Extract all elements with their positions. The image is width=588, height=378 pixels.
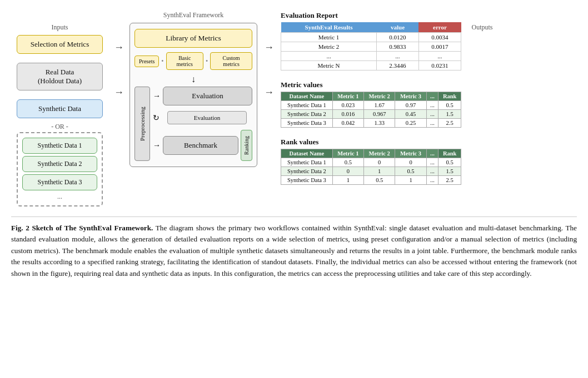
metric-values-table: Dataset Name Metric 1 Metric 2 Metric 3 …	[281, 92, 461, 128]
right-column: Evaluation Report SynthEval Results valu…	[281, 11, 461, 189]
metric-row-1: Synthetic Data 1 0.023 1.67 0.97 ... 0.5	[281, 101, 461, 110]
outputs-label: Outputs	[471, 23, 492, 31]
library-of-metrics-box: Library of Metrics	[134, 29, 252, 48]
evaluation-report-section: Evaluation Report SynthEval Results valu…	[281, 11, 461, 70]
basic-metrics-box: Basic metrics	[166, 52, 203, 70]
real-data-box: Real Data(Holdout Data)	[17, 63, 103, 90]
benchmark-box: Benchmark	[163, 136, 238, 155]
arrow-down-1: ↓	[134, 74, 252, 84]
report-row-n: Metric N 2.3446 0.0231	[281, 61, 461, 70]
report-col-value: value	[377, 22, 419, 33]
presets-box: Presets	[134, 56, 159, 67]
metric-values-section: Metric values Dataset Name Metric 1 Metr…	[281, 80, 461, 128]
framework-label: SynthEval Framework	[163, 11, 223, 19]
arrow-framework-to-outputs: → →	[263, 11, 275, 98]
metrics-sub-row: Presets • Basic metrics • Custom metrics	[134, 52, 252, 70]
inputs-column: Inputs Selection of Metrics Real Data(Ho…	[11, 11, 108, 206]
preproc-eval-row: Preprocessing → Evaluation ↻ Evaluat	[134, 87, 252, 161]
outputs-column: Outputs	[467, 11, 497, 32]
caption-title: Sketch of The SynthEval Framework.	[29, 224, 153, 232]
report-col-error: error	[418, 22, 461, 33]
selection-of-metrics-box: Selection of Metrics	[17, 35, 103, 54]
framework-box: Library of Metrics Presets • Basic metri…	[129, 23, 257, 167]
synthetic-data-single-box: Synthetic Data	[17, 99, 103, 118]
refresh-icon: ↻	[153, 113, 160, 123]
benchmark-row: → Benchmark Ranking	[153, 130, 252, 161]
rank-values-title: Rank values	[281, 138, 461, 147]
caption-text: Fig. 2 Sketch of The SynthEval Framework…	[11, 223, 577, 279]
metric-values-title: Metric values	[281, 80, 461, 89]
caption-fig-label: Fig. 2	[11, 224, 29, 232]
rank-row-2: Synthetic Data 2 0 1 0.5 ... 1.5	[281, 167, 461, 176]
rank-row-1: Synthetic Data 1 0.5 0 0 ... 0.5	[281, 158, 461, 167]
eval-refresh-row: ↻ Evaluation	[153, 111, 252, 124]
rank-values-section: Rank values Dataset Name Metric 1 Metric…	[281, 138, 461, 185]
evaluation-report-title: Evaluation Report	[281, 11, 461, 20]
eval-bench-column: → Evaluation ↻ Evaluation →	[153, 87, 252, 161]
metric-row-3: Synthetic Data 3 0.042 1.33 0.25 ... 2.5	[281, 119, 461, 128]
report-col-results: SynthEval Results	[281, 22, 377, 33]
report-row-dots: ... ... ...	[281, 52, 461, 61]
ranking-box: Ranking	[241, 130, 252, 161]
synthetic-data-1-box: Synthetic Data 1	[22, 138, 97, 154]
metric-row-2: Synthetic Data 2 0.016 0.967 0.45 ... 1.…	[281, 110, 461, 119]
inputs-label: Inputs	[52, 23, 68, 32]
rank-values-table: Dataset Name Metric 1 Metric 2 Metric 3 …	[281, 149, 461, 185]
preprocessing-box: Preprocessing	[134, 87, 150, 161]
custom-metrics-box: Custom metrics	[210, 52, 252, 70]
evaluation-report-table: SynthEval Results value error Metric 1 0…	[281, 22, 461, 70]
eval-row: → Evaluation	[153, 87, 252, 105]
caption-area: Fig. 2 Sketch of The SynthEval Framework…	[11, 216, 577, 279]
synthetic-data-2-box: Synthetic Data 2	[22, 156, 97, 172]
report-row-2: Metric 2 0.9833 0.0017	[281, 42, 461, 52]
report-row-1: Metric 1 0.0120 0.0034	[281, 33, 461, 42]
arrow-inputs-to-framework: → →	[114, 11, 124, 98]
synthetic-data-3-box: Synthetic Data 3	[22, 174, 97, 190]
ellipsis-label: ...	[57, 193, 62, 201]
framework-column: SynthEval Framework Library of Metrics P…	[129, 11, 257, 167]
or-label: - OR -	[51, 123, 68, 131]
synthetic-data-multiple-box: Synthetic Data 1 Synthetic Data 2 Synthe…	[17, 132, 103, 206]
evaluation-small-box: Evaluation	[167, 111, 247, 124]
rank-row-3: Synthetic Data 3 1 0.5 1 ... 2.5	[281, 176, 461, 185]
evaluation-box: Evaluation	[163, 87, 252, 105]
